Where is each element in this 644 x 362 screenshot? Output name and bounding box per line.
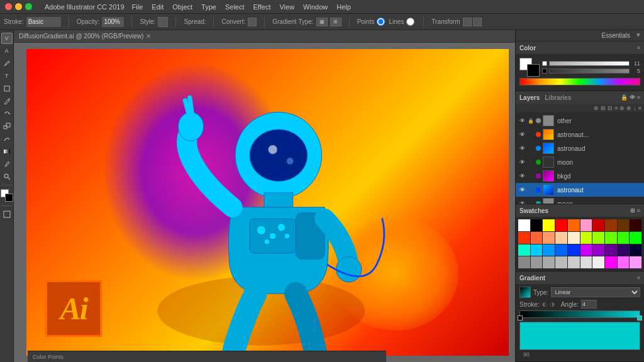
layers-eye-icon[interactable]: 👁 (630, 94, 635, 101)
swatch-item[interactable] (518, 256, 530, 268)
swatch-item[interactable] (630, 232, 641, 244)
gradient-panel-header[interactable]: Gradient ≡ (516, 272, 644, 284)
select-tool[interactable]: V (1, 33, 13, 44)
swatch-item[interactable] (568, 232, 580, 244)
gradient-stop-right[interactable] (637, 315, 642, 321)
layer-lock-3[interactable] (528, 159, 534, 165)
menu-file[interactable]: File (132, 3, 143, 11)
gradient-menu[interactable]: ≡ (637, 275, 640, 281)
swatches-view-icon[interactable]: ⊞ (630, 207, 635, 214)
menu-object[interactable]: Object (172, 3, 192, 11)
layer-icon3[interactable]: ⊟ (608, 105, 613, 111)
layer-lock-5[interactable] (528, 187, 534, 193)
color-spectrum-bar[interactable] (519, 78, 640, 85)
canvas-tab[interactable]: DiffusionGradient.ai @ 200% (RGB/Preview… (14, 30, 515, 43)
gradient-type-icon2[interactable]: ⊞ (330, 18, 341, 26)
layer-icon6[interactable]: ⊕ (626, 105, 631, 111)
scale-tool[interactable] (1, 121, 13, 132)
layers-menu[interactable]: ≡ (637, 94, 640, 101)
layer-icon7[interactable]: ↓ (633, 105, 636, 111)
layer-lock-4[interactable] (528, 173, 534, 179)
gradient-tool[interactable] (1, 146, 13, 157)
layer-eye-1[interactable]: 👁 (518, 131, 526, 138)
swatch-item[interactable] (543, 232, 555, 244)
layer-eye-4[interactable]: 👁 (518, 172, 526, 180)
layers-lock-icon[interactable]: 🔒 (621, 94, 628, 101)
swatch-item[interactable] (543, 244, 555, 256)
swatch-item[interactable] (555, 244, 567, 256)
swatch-item[interactable] (630, 244, 641, 256)
swatch-item[interactable] (555, 219, 567, 231)
layer-item-6[interactable]: 👁 moon (516, 197, 644, 204)
menu-window[interactable]: Window (303, 3, 328, 11)
layer-item-3[interactable]: 👁 moon (516, 155, 644, 169)
swatch-item[interactable] (592, 219, 604, 231)
transform-btn1[interactable] (463, 18, 472, 26)
warp-tool[interactable] (1, 133, 13, 145)
swatch-item[interactable] (605, 219, 617, 231)
swatch-item[interactable] (568, 256, 580, 268)
transform-btn2[interactable] (473, 18, 482, 26)
swatch-item[interactable] (580, 232, 592, 244)
swatch-item[interactable] (605, 244, 617, 256)
shape-tool[interactable] (1, 83, 13, 94)
gradient-stroke-icon2[interactable]: ◑ (550, 301, 555, 307)
points-radio[interactable] (377, 18, 385, 26)
swatch-item[interactable] (543, 256, 555, 268)
close-button[interactable] (5, 3, 12, 10)
gradient-stop-left[interactable] (518, 315, 523, 321)
minimize-button[interactable] (15, 3, 22, 10)
swatch-item[interactable] (518, 244, 530, 256)
swatch-item[interactable] (592, 232, 604, 244)
swatch-item[interactable] (555, 256, 567, 268)
convert-btn[interactable] (248, 18, 257, 26)
r-slider[interactable] (549, 61, 630, 66)
layer-icon8[interactable]: ≡ (638, 105, 641, 111)
swatch-item[interactable] (568, 244, 580, 256)
gradient-stroke-icon1[interactable]: ◐ (542, 301, 547, 307)
menu-select[interactable]: Select (225, 3, 245, 11)
layers-tab[interactable]: Layers (519, 94, 540, 101)
menu-type[interactable]: Type (201, 3, 216, 11)
layer-item-5[interactable]: 👁 astronaut (516, 183, 644, 197)
swatch-item[interactable] (618, 256, 630, 268)
layer-eye-5[interactable]: 👁 (518, 186, 526, 194)
type-tool[interactable]: T (1, 70, 13, 82)
libraries-tab[interactable]: Libraries (545, 94, 571, 101)
swatch-item[interactable] (618, 244, 630, 256)
swatches-list-icon[interactable]: ≡ (637, 207, 640, 214)
color-panel-header[interactable]: Color ≡ (516, 41, 644, 54)
menu-edit[interactable]: Edit (152, 3, 164, 11)
menu-view[interactable]: View (279, 3, 294, 11)
style-selector[interactable] (158, 17, 168, 27)
gradient-swatch[interactable] (519, 287, 531, 298)
rotate-tool[interactable] (1, 108, 13, 119)
swatch-item[interactable] (592, 244, 604, 256)
layer-item-4[interactable]: 👁 bkgd (516, 169, 644, 183)
swatch-item[interactable] (580, 256, 592, 268)
opacity-input[interactable] (102, 17, 124, 27)
gradient-type-select[interactable]: Linear Radial (551, 287, 640, 297)
gradient-angle-input[interactable] (581, 300, 597, 309)
swatch-item[interactable] (630, 219, 641, 231)
layer-icon5[interactable]: ⊗ (619, 105, 625, 111)
layer-eye-0[interactable]: 👁 (518, 117, 526, 124)
swatch-item[interactable] (543, 219, 555, 231)
direct-select-tool[interactable]: A (1, 45, 13, 57)
layer-item-0[interactable]: 👁 🔒 other (516, 114, 644, 128)
change-screen-mode[interactable] (1, 209, 13, 220)
lines-radio[interactable] (406, 18, 414, 26)
swatch-item[interactable] (518, 219, 530, 231)
layer-eye-3[interactable]: 👁 (518, 158, 526, 166)
bg-color-swatch[interactable] (527, 64, 540, 77)
layer-lock-0[interactable]: 🔒 (528, 118, 534, 124)
swatch-item[interactable] (531, 219, 543, 231)
maximize-button[interactable] (25, 3, 32, 10)
brush-tool[interactable] (1, 96, 13, 107)
layer-eye-2[interactable]: 👁 (518, 145, 526, 152)
swatch-item[interactable] (531, 232, 543, 244)
eyedropper-tool[interactable] (1, 158, 13, 170)
zoom-tool[interactable] (1, 171, 13, 182)
pen-tool[interactable] (1, 58, 13, 69)
layer-lock-2[interactable] (528, 145, 534, 151)
